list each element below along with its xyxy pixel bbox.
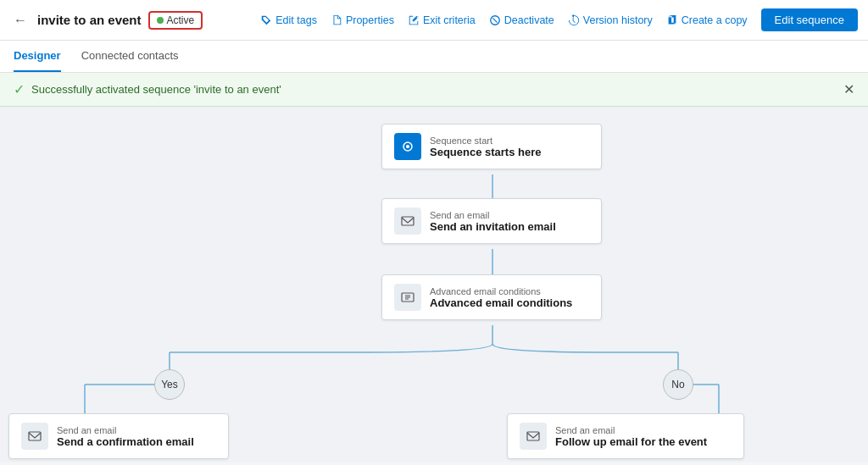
doc-icon — [331, 14, 342, 26]
history-icon — [568, 14, 580, 26]
back-button[interactable]: ← — [10, 9, 31, 31]
advanced-conditions-1-label-small: Advanced email conditions — [430, 286, 572, 296]
send-email-yes-label-main: Send a confirmation email — [57, 435, 194, 448]
exit-icon — [408, 14, 420, 26]
advanced-conditions-1-icon — [394, 284, 421, 311]
banner-close-button[interactable]: ✕ — [843, 81, 854, 97]
svg-line-1 — [492, 18, 497, 22]
send-email-no-label-small: Send an email — [555, 425, 707, 435]
version-history-button[interactable]: Version history — [568, 14, 653, 26]
send-email-yes-label-small: Send an email — [57, 425, 194, 435]
yes-circle: Yes — [154, 369, 185, 400]
tab-designer[interactable]: Designer — [14, 41, 61, 72]
tab-connected-contacts[interactable]: Connected contacts — [81, 41, 179, 72]
flow-canvas: Sequence start Sequence starts here Send… — [0, 107, 868, 462]
sequence-start-label-small: Sequence start — [430, 136, 542, 146]
status-label: Active — [167, 14, 195, 26]
advanced-conditions-1-node: Advanced email conditions Advanced email… — [381, 274, 602, 320]
send-email-1-label-main: Send an invitation email — [430, 220, 556, 233]
sequence-start-label-main: Sequence starts here — [430, 146, 542, 158]
send-email-1-label-small: Send an email — [430, 210, 556, 220]
header-actions: Edit tags Properties Exit criteria Deact… — [260, 8, 858, 31]
edit-tags-button[interactable]: Edit tags — [260, 14, 317, 26]
send-email-1-node: Send an email Send an invitation email — [381, 198, 602, 244]
deactivate-button[interactable]: Deactivate — [489, 14, 554, 26]
edit-sequence-button[interactable]: Edit sequence — [761, 8, 858, 31]
active-dot-icon — [157, 17, 164, 24]
svg-rect-20 — [527, 432, 539, 440]
copy-icon — [666, 14, 678, 26]
send-email-yes-icon — [21, 423, 48, 450]
send-email-1-icon — [394, 208, 421, 235]
svg-rect-14 — [402, 217, 414, 225]
send-email-no-label-main: Follow up email for the event — [555, 435, 707, 448]
tag-icon — [260, 14, 272, 26]
page-title: invite to an event — [37, 13, 142, 27]
success-icon: ✓ — [14, 81, 25, 97]
create-copy-button[interactable]: Create a copy — [666, 14, 748, 26]
send-email-yes-node: Send an email Send a confirmation email — [8, 413, 229, 459]
send-email-no-icon — [520, 423, 547, 450]
sequence-start-node: Sequence start Sequence starts here — [381, 124, 602, 169]
success-message: Successfully activated sequence 'invite … — [31, 83, 281, 96]
svg-point-13 — [406, 145, 409, 148]
success-banner: ✓ Successfully activated sequence 'invit… — [0, 73, 868, 107]
deactivate-icon — [489, 14, 501, 26]
svg-rect-19 — [29, 432, 41, 440]
status-badge: Active — [148, 11, 203, 30]
exit-criteria-button[interactable]: Exit criteria — [408, 14, 476, 26]
sequence-start-icon — [394, 133, 421, 160]
tabs-bar: Designer Connected contacts — [0, 41, 868, 73]
properties-button[interactable]: Properties — [331, 14, 394, 26]
no-circle: No — [663, 369, 693, 400]
advanced-conditions-1-label-main: Advanced email conditions — [430, 296, 572, 309]
send-email-no-node: Send an email Follow up email for the ev… — [507, 413, 744, 459]
header: ← invite to an event Active Edit tags Pr… — [0, 0, 868, 41]
